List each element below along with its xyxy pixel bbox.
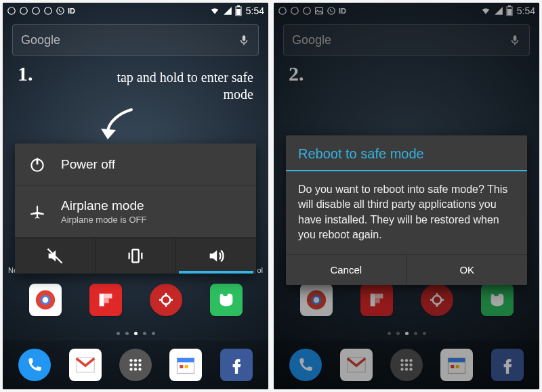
svg-rect-7 — [236, 9, 241, 15]
svg-point-20 — [138, 359, 141, 362]
svg-rect-14 — [104, 294, 112, 299]
svg-rect-13 — [99, 294, 104, 307]
svg-point-1 — [20, 7, 28, 15]
power-off-label: Power off — [61, 157, 115, 172]
search-placeholder: Google — [21, 33, 238, 47]
dialog-button-row: Cancel OK — [286, 254, 527, 285]
speaker-on-icon — [207, 246, 226, 265]
cancel-button[interactable]: Cancel — [286, 255, 406, 285]
phone-screenshot-1: ID 5:54 Google 1. tap and hold to enter … — [3, 3, 268, 389]
svg-point-3 — [45, 7, 52, 15]
id-icon: ID — [68, 7, 75, 15]
svg-point-22 — [134, 364, 137, 366]
power-menu: Power off Airplane mode Airplane mode is… — [15, 144, 256, 274]
annotation-step-number: 1. — [18, 62, 33, 85]
battery-icon — [235, 5, 242, 16]
airplane-mode-status: Airplane mode is OFF — [61, 215, 146, 225]
authy-app-icon[interactable] — [150, 284, 182, 316]
app-label-right: ol — [257, 266, 263, 274]
svg-point-0 — [8, 7, 16, 15]
power-off-item[interactable]: Power off — [15, 144, 256, 186]
svg-point-12 — [42, 297, 48, 303]
svg-point-23 — [138, 364, 141, 366]
signal-icon — [223, 6, 232, 16]
status-clock: 5:54 — [246, 5, 264, 16]
svg-point-4 — [57, 7, 64, 15]
status-right: 5:54 — [209, 5, 264, 16]
vibrate-icon — [126, 246, 145, 265]
svg-rect-15 — [104, 299, 108, 303]
all-apps-icon[interactable] — [119, 349, 152, 381]
sound-mode-row — [15, 238, 256, 274]
microphone-icon[interactable] — [238, 32, 250, 47]
evernote-app-icon[interactable] — [210, 284, 243, 316]
dialog-divider — [286, 170, 527, 171]
svg-rect-6 — [237, 5, 240, 7]
svg-rect-34 — [132, 250, 138, 263]
home-page-indicator — [3, 332, 268, 335]
status-left: ID — [7, 6, 75, 16]
svg-rect-29 — [180, 365, 184, 368]
svg-point-16 — [161, 296, 170, 305]
notification-bubble-icon — [31, 6, 41, 16]
status-bar: ID 5:54 — [3, 3, 268, 19]
svg-point-25 — [134, 368, 137, 370]
notification-bubble-icon — [43, 6, 53, 16]
ok-button[interactable]: OK — [406, 255, 528, 285]
annotation-hint-text: tap and hold to enter safe mode — [104, 69, 253, 103]
safe-mode-dialog: Reboot to safe mode Do you want to reboo… — [286, 135, 527, 285]
notification-bubble-icon — [7, 6, 16, 16]
svg-point-26 — [138, 368, 141, 370]
gmail-app-icon[interactable] — [69, 349, 102, 381]
svg-point-19 — [134, 359, 137, 362]
wifi-icon — [209, 6, 220, 16]
sound-silent-button[interactable] — [15, 238, 95, 274]
speaker-muted-icon — [45, 246, 64, 265]
home-app-row — [3, 278, 268, 322]
chrome-app-icon[interactable] — [29, 284, 62, 316]
dock — [3, 341, 268, 389]
airplane-icon — [28, 203, 46, 221]
svg-point-21 — [129, 364, 132, 366]
power-icon — [28, 156, 46, 173]
phone-screenshot-2: ID 5:54 Google 2. Reboot to safe mode — [274, 3, 539, 389]
svg-point-24 — [129, 368, 132, 370]
notification-bubble-icon — [19, 6, 28, 16]
phone-app-icon[interactable] — [18, 349, 51, 381]
svg-rect-30 — [185, 365, 188, 368]
whatsapp-icon — [56, 6, 65, 16]
flipboard-app-icon[interactable] — [89, 284, 122, 316]
airplane-mode-item[interactable]: Airplane mode Airplane mode is OFF — [15, 186, 256, 238]
svg-point-2 — [33, 7, 40, 15]
facebook-app-icon[interactable] — [220, 349, 253, 381]
calendar-app-icon[interactable] — [169, 349, 202, 381]
dialog-body: Do you want to reboot into safe mode? Th… — [286, 173, 527, 254]
svg-rect-28 — [178, 358, 194, 362]
google-search-widget[interactable]: Google — [12, 24, 259, 56]
svg-point-18 — [129, 359, 132, 362]
sound-vibrate-button[interactable] — [95, 238, 175, 274]
dialog-title: Reboot to safe mode — [286, 135, 527, 170]
airplane-mode-label: Airplane mode — [61, 198, 146, 213]
sound-on-button[interactable] — [175, 238, 256, 274]
svg-rect-8 — [243, 35, 246, 41]
